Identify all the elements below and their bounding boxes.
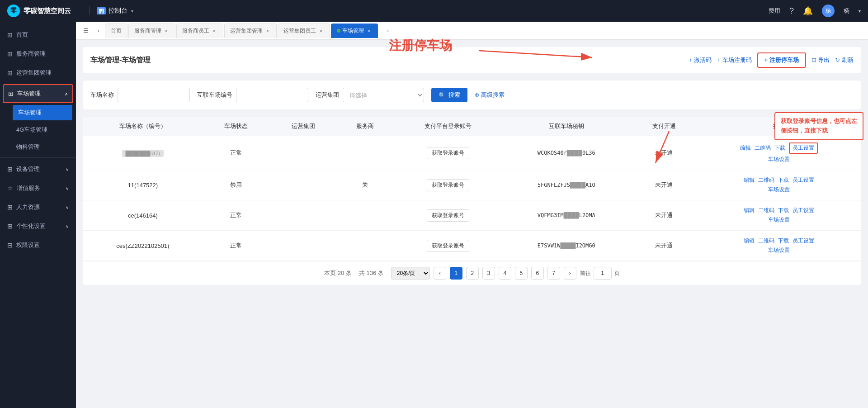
row3-qrcode[interactable]: 二维码 bbox=[758, 207, 774, 214]
tab-parking-mgmt-close[interactable]: × bbox=[366, 28, 372, 34]
row1-qrcode[interactable]: 二维码 bbox=[755, 144, 771, 152]
dashboard-label: 控制台 bbox=[108, 7, 127, 15]
tab-home[interactable]: 首页 bbox=[105, 24, 127, 38]
row4-edit[interactable]: 编辑 bbox=[744, 237, 755, 245]
refresh-button[interactable]: ↻ 刷新 bbox=[835, 56, 854, 64]
page-btn-1[interactable]: 1 bbox=[450, 267, 462, 280]
sidebar-item-permission[interactable]: ⊟ 权限设置 bbox=[0, 236, 76, 255]
sidebar-sub-4g-parking[interactable]: 4G车场管理 bbox=[0, 121, 76, 138]
row1-download[interactable]: 下载 bbox=[774, 144, 785, 152]
sidebar-item-parking-mgmt[interactable]: ⊞ 车场管理 ∧ bbox=[3, 84, 73, 103]
page-prev-button[interactable]: ‹ bbox=[434, 267, 446, 280]
row4-staff-settings[interactable]: 员工设置 bbox=[793, 237, 814, 245]
row3-download[interactable]: 下载 bbox=[778, 207, 789, 214]
table-row: ce(146164) 正常 获取登录账号 VQFMG3IM████L20MA 未… bbox=[83, 200, 861, 231]
row4-qrcode[interactable]: 二维码 bbox=[758, 237, 774, 245]
activate-code-button[interactable]: + 激活码 bbox=[689, 56, 712, 64]
parking-name-input[interactable] bbox=[118, 88, 190, 102]
sidebar-item-home[interactable]: ⊞ 首页 bbox=[0, 25, 76, 44]
tab-prev-button[interactable]: ‹ bbox=[93, 25, 104, 36]
row3-ops-group bbox=[269, 200, 337, 231]
menu-collapse-button[interactable]: ☰ bbox=[80, 24, 92, 37]
topbar-right: 费用 ? 🔔 杨 杨 ▾ bbox=[769, 5, 861, 17]
page-btn-4[interactable]: 4 bbox=[499, 267, 511, 280]
help-icon[interactable]: ? bbox=[789, 6, 794, 16]
notification-icon[interactable]: 🔔 bbox=[803, 6, 813, 16]
page-header: 车场管理-车场管理 + 激活码 + 车场注册码 + 注册停车场 ⊡ 导出 ↻ 刷… bbox=[83, 47, 861, 73]
table-row: 11(147522) 禁用 关 获取登录账号 5FGNFLZFJS████A1O… bbox=[83, 170, 861, 200]
tab-service-staff-close[interactable]: × bbox=[211, 28, 217, 34]
page-btn-2[interactable]: 2 bbox=[466, 267, 479, 280]
parking-name-field: 车场名称 bbox=[90, 88, 190, 102]
tab-service-mgmt-close[interactable]: × bbox=[163, 28, 170, 34]
page-btn-5[interactable]: 5 bbox=[515, 267, 528, 280]
ops-group-select[interactable]: 请选择 bbox=[343, 88, 424, 102]
row3-staff-settings[interactable]: 员工设置 bbox=[793, 207, 814, 214]
page-jump-input[interactable] bbox=[594, 267, 612, 280]
value-service-icon: ☆ bbox=[7, 185, 13, 192]
parking-code-label: 互联车场编号 bbox=[197, 91, 232, 99]
row1-parking-settings[interactable]: 车场设置 bbox=[768, 156, 790, 163]
sidebar-item-personalization[interactable]: ⊞ 个性化设置 ∨ bbox=[0, 217, 76, 236]
col-status: 车场状态 bbox=[203, 117, 270, 136]
page-btn-6[interactable]: 6 bbox=[531, 267, 544, 280]
row3-edit[interactable]: 编辑 bbox=[744, 207, 755, 214]
sidebar-personalization-label: 个性化设置 bbox=[16, 222, 46, 230]
row2-secret-key: 5FGNFLZFJS████A1O bbox=[502, 170, 630, 200]
tab-ops-group-mgmt-close[interactable]: × bbox=[264, 28, 271, 34]
dashboard-nav[interactable]: 📊 控制台 ▾ bbox=[97, 7, 133, 15]
row2-edit[interactable]: 编辑 bbox=[744, 176, 755, 184]
page-size-select[interactable]: 20条/页 50条/页 100条/页 bbox=[391, 267, 430, 280]
row4-download[interactable]: 下载 bbox=[778, 237, 789, 245]
register-parking-button[interactable]: + 注册停车场 bbox=[757, 52, 806, 68]
tab-home-label: 首页 bbox=[111, 27, 122, 35]
row3-parking-settings[interactable]: 车场设置 bbox=[768, 216, 790, 224]
row4-parking-settings[interactable]: 车场设置 bbox=[768, 247, 790, 254]
get-account-btn-1[interactable]: 获取登录账号 bbox=[427, 147, 469, 159]
permission-icon: ⊟ bbox=[7, 242, 13, 249]
fee-link[interactable]: 费用 bbox=[769, 7, 780, 15]
get-account-btn-2[interactable]: 获取登录账号 bbox=[427, 179, 469, 191]
col-account: 支付平台登录账号 bbox=[394, 117, 503, 136]
ops-group-field: 运营集团 请选择 bbox=[316, 88, 424, 102]
tab-service-mgmt[interactable]: 服务商管理 × bbox=[128, 24, 175, 38]
sidebar-item-ops-group[interactable]: ⊞ 运营集团管理 bbox=[0, 63, 76, 82]
table-row: ces(ZZ2022102501) 正常 获取登录账号 E7SVW1W████I… bbox=[83, 231, 861, 261]
row2-status: 禁用 bbox=[203, 170, 270, 200]
row2-staff-settings[interactable]: 员工设置 bbox=[793, 176, 814, 184]
get-account-btn-4[interactable]: 获取登录账号 bbox=[427, 240, 469, 252]
sidebar-item-value-service[interactable]: ☆ 增值服务 ∨ bbox=[0, 179, 76, 198]
tab-ops-group-staff[interactable]: 运营集团员工 × bbox=[278, 24, 330, 38]
user-avatar[interactable]: 杨 bbox=[822, 5, 835, 17]
tab-service-staff-label: 服务商员工 bbox=[182, 27, 209, 35]
parking-code-input[interactable] bbox=[236, 88, 308, 102]
tab-service-staff[interactable]: 服务商员工 × bbox=[176, 24, 223, 38]
row2-parking-settings[interactable]: 车场设置 bbox=[768, 186, 790, 194]
tab-ops-group-staff-close[interactable]: × bbox=[318, 28, 324, 34]
sidebar-sub-parking-management[interactable]: 车场管理 bbox=[13, 105, 72, 120]
table-row: ███████612) 正常 获取登录账号 WCQKOS40r████0L36 … bbox=[83, 136, 861, 170]
export-button[interactable]: ⊡ 导出 bbox=[811, 56, 830, 64]
sidebar-item-service-mgmt[interactable]: ⊞ 服务商管理 bbox=[0, 44, 76, 63]
page-next-button[interactable]: › bbox=[564, 267, 576, 280]
row2-qrcode[interactable]: 二维码 bbox=[758, 176, 774, 184]
row1-staff-settings[interactable]: 员工设置 bbox=[789, 142, 818, 154]
row3-ops-cell: 编辑 二维码 下载 员工设置 车场设置 bbox=[705, 207, 854, 224]
page-btn-7[interactable]: 7 bbox=[547, 267, 560, 280]
page-btn-3[interactable]: 3 bbox=[482, 267, 495, 280]
tab-parking-mgmt[interactable]: 车场管理 × bbox=[331, 24, 378, 38]
sidebar-sub-material[interactable]: 物料管理 bbox=[0, 138, 76, 156]
row1-edit[interactable]: 编辑 bbox=[740, 144, 751, 152]
sidebar-item-hr[interactable]: ⊞ 人力资源 ∨ bbox=[0, 198, 76, 217]
tab-more-button[interactable]: › bbox=[382, 25, 393, 36]
sidebar-item-device-mgmt[interactable]: ⊞ 设备管理 ∨ bbox=[0, 160, 76, 179]
tab-ops-group-mgmt[interactable]: 运营集团管理 × bbox=[224, 24, 277, 38]
register-code-button[interactable]: + 车场注册码 bbox=[717, 56, 751, 64]
username-label[interactable]: 杨 bbox=[844, 7, 849, 15]
advanced-search-button[interactable]: ⊕ 高级搜索 bbox=[475, 91, 505, 99]
row2-download[interactable]: 下载 bbox=[778, 176, 789, 184]
get-account-btn-3[interactable]: 获取登录账号 bbox=[427, 209, 469, 222]
row1-payment: 未开通 bbox=[630, 136, 698, 170]
search-button[interactable]: 🔍 搜索 bbox=[431, 88, 467, 102]
row4-ops-row1: 编辑 二维码 下载 员工设置 bbox=[744, 237, 814, 245]
